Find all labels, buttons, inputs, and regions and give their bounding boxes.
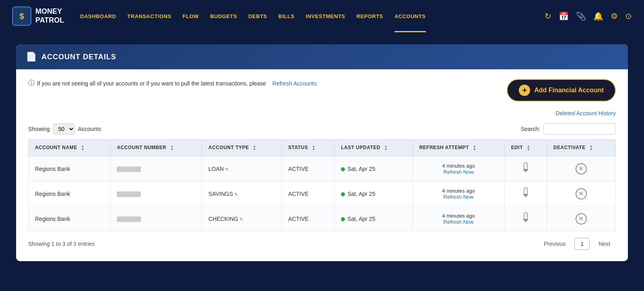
cell-account-number-0 [110, 156, 202, 181]
info-message: ⓘ If you are not seeing all of your acco… [28, 79, 318, 87]
paperclip-icon[interactable]: 📎 [576, 11, 586, 21]
edit-button-0[interactable] [521, 162, 530, 175]
col-account-name: ACCOUNT NAME ▲▼ [29, 140, 110, 156]
cell-last-updated-2: Sat, Apr 25 [334, 206, 413, 231]
svg-rect-0 [524, 163, 527, 169]
cell-refresh-1: 4 minutes ago Refresh Now [413, 181, 504, 206]
cell-status-2: ACTIVE [282, 206, 334, 231]
account-type-link-2[interactable]: CHECKING [208, 216, 243, 222]
col-status: STATUS ▲▼ [282, 140, 334, 156]
logo: $ MONEY PATROL [12, 6, 64, 26]
cell-edit-2 [504, 206, 547, 231]
cell-refresh-0: 4 minutes ago Refresh Now [413, 156, 504, 181]
table-controls: Showing 50 25 10 Accounts Search: [28, 123, 616, 135]
edit-icon-container-1 [511, 187, 540, 200]
table-header-row: ACCOUNT NAME ▲▼ ACCOUNT NUMBER ▲▼ ACCOUN… [29, 140, 616, 156]
col-deactivate: DEACTIVATE ▲▼ [547, 140, 615, 156]
sort-last-updated[interactable]: ▲▼ [384, 145, 388, 151]
pagination-controls: Previous 1 Next [538, 238, 616, 250]
card-body: ⓘ If you are not seeing all of your acco… [16, 69, 628, 261]
refresh-now-link-0[interactable]: Refresh Now [419, 169, 498, 175]
nav-budgets[interactable]: BUDGETS [210, 12, 237, 21]
pagination-next-button[interactable]: Next [593, 238, 616, 249]
sort-account-number[interactable]: ▲▼ [170, 145, 173, 151]
showing-select[interactable]: 50 25 10 [53, 123, 75, 135]
col-account-type: ACCOUNT TYPE ▲▼ [202, 140, 281, 156]
pagination-page-1-button[interactable]: 1 [574, 238, 590, 250]
svg-rect-7 [523, 219, 528, 220]
refresh-accounts-link[interactable]: Refresh Accounts. [272, 80, 318, 87]
col-account-number: ACCOUNT NUMBER ▲▼ [110, 140, 202, 156]
gear-icon[interactable]: ⚙ [611, 11, 618, 21]
deleted-account-history-link[interactable]: Deleted Account History [556, 110, 616, 116]
main-nav: DASHBOARD TRANSACTIONS FLOW BUDGETS DEBT… [80, 12, 533, 21]
masked-account-number-1 [117, 191, 141, 197]
deactivate-button-0[interactable]: ✕ [576, 163, 587, 175]
cell-status-1: ACTIVE [282, 181, 334, 206]
status-0: ACTIVE [288, 166, 309, 172]
bell-icon[interactable]: 🔔 [593, 11, 603, 21]
deactivate-icon-container-2: ✕ [553, 213, 609, 224]
col-refresh-attempt: REFRESH ATTEMPT ▲▼ [413, 140, 504, 156]
search-label: Search: [521, 126, 540, 132]
nav-dashboard[interactable]: DASHBOARD [80, 12, 116, 21]
pagination-previous-button[interactable]: Previous [538, 238, 571, 249]
logout-icon[interactable]: ⊙ [625, 11, 632, 21]
plus-circle-icon: + [519, 85, 530, 96]
pagination-showing-text: Showing 1 to 3 of 3 entries [28, 241, 95, 247]
info-bar: ⓘ If you are not seeing all of your acco… [28, 79, 616, 102]
status-dot-1 [341, 192, 345, 196]
nav-flow[interactable]: FLOW [183, 12, 199, 21]
cell-last-updated-0: Sat, Apr 25 [334, 156, 413, 181]
nav-reports[interactable]: REPORTS [357, 12, 383, 21]
col-edit: EDIT ▲▼ [504, 140, 547, 156]
main-content: 📄 ACCOUNT DETAILS ⓘ If you are not seein… [0, 32, 644, 273]
nav-debts[interactable]: DEBTS [248, 12, 267, 21]
cell-account-type-2: CHECKING [202, 206, 281, 231]
search-input[interactable] [543, 123, 616, 135]
nav-transactions[interactable]: TRANSACTIONS [127, 12, 171, 21]
sort-account-type[interactable]: ▲▼ [253, 145, 256, 151]
table-row: Regions Bank SAVINGS ACTIVE Sat, Apr 25 … [29, 181, 616, 206]
svg-rect-1 [523, 169, 528, 170]
status-dot-2 [341, 217, 345, 221]
showing-label: Showing 50 25 10 Accounts [28, 123, 101, 135]
calendar-icon[interactable]: 📅 [559, 11, 569, 21]
accounts-table: ACCOUNT NAME ▲▼ ACCOUNT NUMBER ▲▼ ACCOUN… [28, 139, 616, 231]
masked-account-number-2 [117, 216, 141, 222]
refresh-time-1: 4 minutes ago [442, 188, 475, 194]
header-icons: ↻ 📅 📎 🔔 ⚙ ⊙ [545, 11, 632, 21]
showing-prefix: Showing [28, 126, 50, 132]
account-type-link-1[interactable]: SAVINGS [208, 191, 238, 197]
cell-account-number-1 [110, 181, 202, 206]
refresh-icon[interactable]: ↻ [545, 11, 551, 21]
sort-edit[interactable]: ▲▼ [527, 145, 530, 151]
deactivate-button-1[interactable]: ✕ [576, 188, 587, 200]
sort-deactivate[interactable]: ▲▼ [590, 145, 593, 151]
status-1: ACTIVE [288, 191, 309, 197]
showing-suffix: Accounts [78, 126, 101, 132]
account-type-link-0[interactable]: LOAN [208, 166, 229, 172]
deactivate-icon-container-0: ✕ [553, 163, 609, 175]
info-text-content: If you are not seeing all of your accoun… [37, 80, 266, 87]
edit-button-1[interactable] [521, 187, 530, 200]
cell-last-updated-1: Sat, Apr 25 [334, 181, 413, 206]
pagination: Showing 1 to 3 of 3 entries Previous 1 N… [28, 231, 616, 252]
sort-account-name[interactable]: ▲▼ [81, 145, 85, 151]
deactivate-button-2[interactable]: ✕ [576, 213, 587, 224]
sort-refresh-attempt[interactable]: ▲▼ [473, 145, 476, 151]
refresh-now-link-2[interactable]: Refresh Now [419, 219, 498, 225]
refresh-now-link-1[interactable]: Refresh Now [419, 194, 498, 200]
nav-accounts[interactable]: ACCOUNTS [394, 12, 426, 21]
cell-account-name-0: Regions Bank [29, 156, 110, 181]
table-body: Regions Bank LOAN ACTIVE Sat, Apr 25 4 m… [29, 156, 616, 231]
add-financial-account-button[interactable]: + Add Financial Account [507, 79, 616, 102]
svg-rect-8 [525, 220, 526, 222]
edit-button-2[interactable] [521, 212, 530, 225]
svg-rect-2 [525, 170, 526, 172]
svg-rect-5 [525, 195, 526, 197]
sort-status[interactable]: ▲▼ [312, 145, 315, 151]
nav-investments[interactable]: INVESTMENTS [306, 12, 345, 21]
refresh-time-2: 4 minutes ago [442, 213, 475, 219]
nav-bills[interactable]: BILLS [279, 12, 295, 21]
